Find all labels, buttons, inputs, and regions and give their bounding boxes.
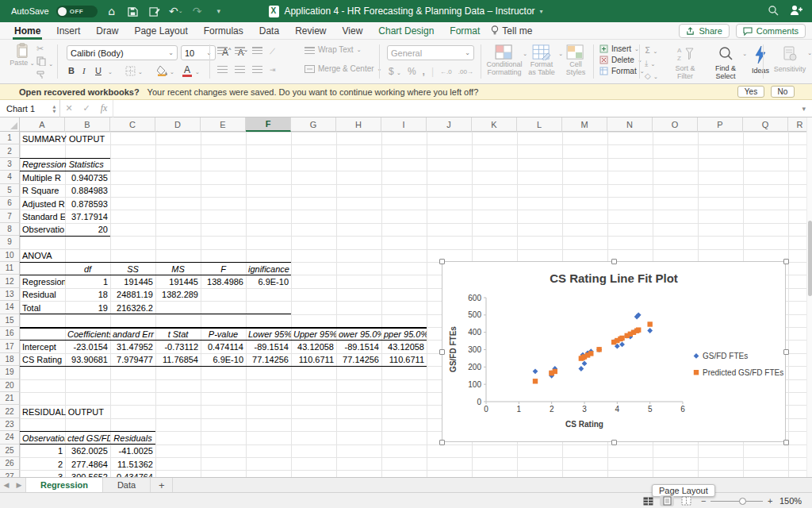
cell-F11[interactable]: ignificance F xyxy=(246,263,291,276)
ribbon-tab-page-layout[interactable]: Page Layout xyxy=(126,22,195,40)
spreadsheet-grid[interactable]: ABCDEFGHIJKLMNOPQR 123456789101112131415… xyxy=(0,117,806,477)
column-header-D[interactable]: D xyxy=(155,117,201,132)
cell-B16[interactable]: Coefficients xyxy=(65,328,110,341)
cell-A24[interactable]: Observation xyxy=(20,432,65,445)
cell-A6[interactable]: Adjusted R xyxy=(20,198,65,211)
ribbon-tab-formulas[interactable]: Formulas xyxy=(196,22,251,40)
prev-sheet-icon[interactable]: ◀ xyxy=(0,478,13,492)
align-top-icon[interactable] xyxy=(217,66,228,73)
cell-E18[interactable]: 6.9E-10 xyxy=(201,353,246,367)
cell-A14[interactable]: Total xyxy=(20,302,65,315)
cell-B8[interactable]: 20 xyxy=(65,223,110,237)
align-right-icon[interactable] xyxy=(252,47,262,54)
currency-icon[interactable]: $ ⌄ xyxy=(389,66,401,77)
row-header-20[interactable]: 20 xyxy=(0,379,20,392)
cell-E12[interactable]: 138.4986 xyxy=(201,275,246,289)
undo-icon[interactable]: ↶⌄ xyxy=(169,4,183,18)
cell-A7[interactable]: Standard E xyxy=(20,210,65,224)
cell-H17[interactable]: -89.1514 xyxy=(336,341,381,354)
row-header-7[interactable]: 7 xyxy=(0,210,20,222)
cell-G16[interactable]: Upper 95% xyxy=(291,328,336,341)
font-name-select[interactable]: Calibri (Body)⌄ xyxy=(67,45,178,60)
align-center-icon[interactable] xyxy=(235,47,245,54)
cell-A12[interactable]: Regression xyxy=(20,275,65,289)
borders-icon[interactable] xyxy=(125,66,136,79)
chart-resize-handle[interactable] xyxy=(439,440,445,445)
fill-down-icon[interactable]: ⤓ ⌄ xyxy=(645,59,658,68)
chart-resize-handle[interactable] xyxy=(611,440,617,445)
cell-C26[interactable]: 11.51362 xyxy=(110,458,155,471)
column-header-M[interactable]: M xyxy=(562,117,607,132)
cell-A3[interactable]: Regression Statistics xyxy=(20,158,110,171)
chart-resize-handle[interactable] xyxy=(611,259,617,264)
row-header-25[interactable]: 25 xyxy=(0,444,20,457)
cell-B24[interactable]: cted GS/FD xyxy=(65,432,110,445)
cell-I18[interactable]: 110.6711 xyxy=(381,353,427,367)
chart[interactable]: 01002003004005006000123456CS Rating Line… xyxy=(442,261,786,442)
cell-D16[interactable]: t Stat xyxy=(155,328,201,341)
cell-C16[interactable]: andard Err xyxy=(110,328,155,341)
cell-A10[interactable]: ANOVA xyxy=(20,249,65,263)
orientation-icon[interactable]: ⟋ xyxy=(270,47,275,56)
bold-button[interactable]: B xyxy=(68,66,75,75)
cell-A26[interactable]: 2 xyxy=(20,458,65,471)
cell-E16[interactable]: P-value xyxy=(201,328,246,341)
ribbon-tab-review[interactable]: Review xyxy=(287,22,334,40)
cell-C12[interactable]: 191445 xyxy=(110,275,155,289)
column-header-L[interactable]: L xyxy=(517,117,562,132)
cell-B25[interactable]: 362.0025 xyxy=(65,444,110,458)
underline-button[interactable]: U xyxy=(95,66,102,75)
cell-I16[interactable]: pper 95.0% xyxy=(381,328,427,341)
cell-B27[interactable]: 300.5652 xyxy=(65,471,110,477)
tell-me[interactable]: Tell me xyxy=(491,25,532,37)
cell-B17[interactable]: -23.0154 xyxy=(65,341,110,354)
ribbon-tab-chart-design[interactable]: Chart Design xyxy=(370,22,442,40)
cell-H16[interactable]: ower 95.0% xyxy=(336,328,381,341)
cell-G17[interactable]: 43.12058 xyxy=(291,341,336,354)
column-header-B[interactable]: B xyxy=(65,117,110,132)
cell-A25[interactable]: 1 xyxy=(20,444,65,458)
format-cells-button[interactable]: Format⌄ xyxy=(599,67,645,75)
column-header-C[interactable]: C xyxy=(110,117,155,132)
redo-icon[interactable]: ↷ xyxy=(190,4,205,18)
column-header-H[interactable]: H xyxy=(336,117,381,132)
cell-C18[interactable]: 7.979477 xyxy=(110,353,155,367)
find-select-button[interactable]: Find &Select ⌄ xyxy=(707,46,744,80)
cell-C13[interactable]: 24881.19 xyxy=(110,288,155,302)
cell-A18[interactable]: CS Rating xyxy=(20,353,65,367)
cut-icon[interactable]: ✂ xyxy=(36,44,44,54)
cell-F17[interactable]: -89.1514 xyxy=(246,341,291,354)
wrap-text-button[interactable]: Wrap Text⌄ xyxy=(304,46,362,54)
column-header-J[interactable]: J xyxy=(427,117,472,132)
row-header-24[interactable]: 24 xyxy=(0,431,20,444)
cell-A5[interactable]: R Square xyxy=(20,184,65,198)
align-middle-icon[interactable] xyxy=(235,66,245,73)
presence-icon[interactable] xyxy=(790,5,802,18)
formula-input[interactable] xyxy=(113,100,795,117)
row-header-10[interactable]: 10 xyxy=(0,249,20,262)
share-button[interactable]: Share xyxy=(679,24,729,38)
cell-B18[interactable]: 93.90681 xyxy=(65,353,110,367)
copy-icon[interactable]: ⌄ xyxy=(36,56,53,68)
cell-B4[interactable]: 0.940735 xyxy=(65,171,110,185)
ribbon-tab-format[interactable]: Format xyxy=(442,22,488,40)
cancel-icon[interactable]: ✕ xyxy=(60,103,78,114)
cell-E11[interactable]: F xyxy=(201,263,246,276)
row-header-3[interactable]: 3 xyxy=(0,158,20,171)
ribbon-tab-view[interactable]: View xyxy=(335,22,371,40)
chart-resize-handle[interactable] xyxy=(783,259,789,264)
column-header-Q[interactable]: Q xyxy=(743,117,788,132)
cell-I17[interactable]: 43.12058 xyxy=(381,341,427,354)
ribbon-tab-home[interactable]: Home xyxy=(6,22,48,40)
row-header-27[interactable]: 27 xyxy=(0,470,20,477)
row-header-17[interactable]: 17 xyxy=(0,340,20,352)
enter-icon[interactable]: ✓ xyxy=(78,103,95,114)
font-color-icon[interactable]: A xyxy=(184,64,190,75)
cell-A8[interactable]: Observatio xyxy=(20,223,65,237)
cell-D12[interactable]: 191445 xyxy=(155,275,201,289)
cell-A17[interactable]: Intercept xyxy=(20,341,65,354)
cell-D18[interactable]: 11.76854 xyxy=(155,353,201,367)
cell-A4[interactable]: Multiple R xyxy=(20,171,65,185)
cell-B5[interactable]: 0.884983 xyxy=(65,184,110,198)
paste-button[interactable]: Paste ⌄ xyxy=(6,43,38,67)
